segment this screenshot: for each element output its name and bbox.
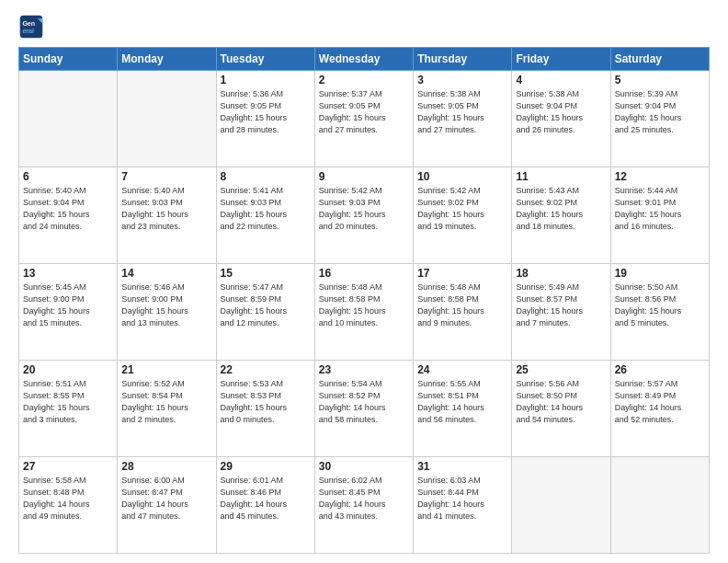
day-info: Sunrise: 5:41 AM Sunset: 9:03 PM Dayligh… [221,185,311,233]
svg-text:eral: eral [22,28,34,34]
day-number: 21 [121,363,211,376]
calendar-cell [118,71,216,167]
day-number: 29 [221,460,311,473]
day-info: Sunrise: 6:02 AM Sunset: 8:45 PM Dayligh… [319,475,409,523]
day-info: Sunrise: 5:40 AM Sunset: 9:03 PM Dayligh… [121,185,211,233]
calendar-cell: 18Sunrise: 5:49 AM Sunset: 8:57 PM Dayli… [512,264,610,361]
day-info: Sunrise: 6:00 AM Sunset: 8:47 PM Dayligh… [121,475,211,523]
calendar-cell: 21Sunrise: 5:52 AM Sunset: 8:54 PM Dayli… [118,361,216,457]
calendar-cell: 11Sunrise: 5:43 AM Sunset: 9:02 PM Dayli… [512,167,610,264]
calendar-header-friday: Friday [512,48,610,71]
calendar-cell: 5Sunrise: 5:39 AM Sunset: 9:04 PM Daylig… [610,71,709,167]
calendar-cell: 1Sunrise: 5:36 AM Sunset: 9:05 PM Daylig… [216,71,314,167]
day-number: 23 [319,363,409,376]
day-info: Sunrise: 5:50 AM Sunset: 8:56 PM Dayligh… [615,282,705,329]
day-info: Sunrise: 5:56 AM Sunset: 8:50 PM Dayligh… [516,378,606,426]
day-number: 11 [516,170,606,183]
day-number: 12 [615,170,705,183]
calendar-cell: 14Sunrise: 5:46 AM Sunset: 9:00 PM Dayli… [118,264,216,361]
day-number: 18 [516,267,606,280]
day-number: 19 [615,267,705,280]
day-info: Sunrise: 5:42 AM Sunset: 9:02 PM Dayligh… [417,185,507,233]
calendar-cell: 26Sunrise: 5:57 AM Sunset: 8:49 PM Dayli… [610,361,709,457]
calendar-week-2: 13Sunrise: 5:45 AM Sunset: 9:00 PM Dayli… [19,264,710,361]
day-info: Sunrise: 5:37 AM Sunset: 9:05 PM Dayligh… [319,88,409,136]
calendar-cell: 31Sunrise: 6:03 AM Sunset: 8:44 PM Dayli… [414,457,512,554]
svg-text:Gen: Gen [22,20,35,27]
calendar-cell: 29Sunrise: 6:01 AM Sunset: 8:46 PM Dayli… [216,457,314,554]
day-info: Sunrise: 5:57 AM Sunset: 8:49 PM Dayligh… [615,378,705,426]
calendar-cell: 19Sunrise: 5:50 AM Sunset: 8:56 PM Dayli… [610,264,709,361]
day-number: 24 [417,363,507,376]
calendar-cell: 10Sunrise: 5:42 AM Sunset: 9:02 PM Dayli… [414,167,512,264]
day-number: 10 [417,170,507,183]
logo: Gen eral [18,14,48,40]
day-info: Sunrise: 5:44 AM Sunset: 9:01 PM Dayligh… [615,185,705,233]
calendar-header-wednesday: Wednesday [314,48,413,71]
day-info: Sunrise: 5:39 AM Sunset: 9:04 PM Dayligh… [615,88,705,136]
calendar-cell: 13Sunrise: 5:45 AM Sunset: 9:00 PM Dayli… [19,264,118,361]
day-info: Sunrise: 5:38 AM Sunset: 9:04 PM Dayligh… [516,88,606,136]
day-info: Sunrise: 5:43 AM Sunset: 9:02 PM Dayligh… [516,185,606,233]
day-number: 27 [23,460,113,473]
day-info: Sunrise: 5:54 AM Sunset: 8:52 PM Dayligh… [319,378,409,426]
calendar-cell: 9Sunrise: 5:42 AM Sunset: 9:03 PM Daylig… [314,167,413,264]
calendar-week-4: 27Sunrise: 5:58 AM Sunset: 8:48 PM Dayli… [19,457,710,554]
calendar-cell: 7Sunrise: 5:40 AM Sunset: 9:03 PM Daylig… [118,167,216,264]
day-info: Sunrise: 6:03 AM Sunset: 8:44 PM Dayligh… [417,475,507,523]
calendar-header-monday: Monday [118,48,216,71]
page: Gen eral SundayMondayTuesdayWednesdayThu… [0,0,728,563]
day-info: Sunrise: 5:51 AM Sunset: 8:55 PM Dayligh… [23,378,113,426]
calendar-cell: 6Sunrise: 5:40 AM Sunset: 9:04 PM Daylig… [19,167,118,264]
day-number: 22 [221,363,311,376]
day-info: Sunrise: 5:36 AM Sunset: 9:05 PM Dayligh… [221,88,311,136]
calendar-cell: 27Sunrise: 5:58 AM Sunset: 8:48 PM Dayli… [19,457,118,554]
day-info: Sunrise: 6:01 AM Sunset: 8:46 PM Dayligh… [221,475,311,523]
day-number: 7 [121,170,211,183]
day-number: 17 [417,267,507,280]
calendar-cell [512,457,610,554]
calendar-header-saturday: Saturday [610,48,709,71]
calendar-header-tuesday: Tuesday [216,48,314,71]
day-info: Sunrise: 5:42 AM Sunset: 9:03 PM Dayligh… [319,185,409,233]
day-number: 9 [319,170,409,183]
calendar-cell: 30Sunrise: 6:02 AM Sunset: 8:45 PM Dayli… [314,457,413,554]
calendar-cell: 3Sunrise: 5:38 AM Sunset: 9:05 PM Daylig… [414,71,512,167]
day-info: Sunrise: 5:55 AM Sunset: 8:51 PM Dayligh… [417,378,507,426]
calendar-cell [610,457,709,554]
calendar-cell: 25Sunrise: 5:56 AM Sunset: 8:50 PM Dayli… [512,361,610,457]
day-info: Sunrise: 5:47 AM Sunset: 8:59 PM Dayligh… [221,282,311,329]
calendar-cell: 22Sunrise: 5:53 AM Sunset: 8:53 PM Dayli… [216,361,314,457]
day-number: 14 [121,267,211,280]
calendar-cell: 17Sunrise: 5:48 AM Sunset: 8:58 PM Dayli… [414,264,512,361]
calendar-header-thursday: Thursday [414,48,512,71]
day-number: 31 [417,460,507,473]
calendar-cell: 2Sunrise: 5:37 AM Sunset: 9:05 PM Daylig… [314,71,413,167]
day-info: Sunrise: 5:46 AM Sunset: 9:00 PM Dayligh… [121,282,211,329]
calendar-cell: 15Sunrise: 5:47 AM Sunset: 8:59 PM Dayli… [216,264,314,361]
logo-icon: Gen eral [18,14,44,40]
calendar-cell: 12Sunrise: 5:44 AM Sunset: 9:01 PM Dayli… [610,167,709,264]
day-number: 2 [319,74,409,86]
day-number: 4 [516,74,606,86]
day-number: 28 [121,460,211,473]
day-number: 3 [417,74,507,86]
day-number: 8 [221,170,311,183]
calendar-header-sunday: Sunday [19,48,118,71]
calendar-cell: 24Sunrise: 5:55 AM Sunset: 8:51 PM Dayli… [414,361,512,457]
day-number: 30 [319,460,409,473]
header: Gen eral [18,14,710,40]
calendar-week-1: 6Sunrise: 5:40 AM Sunset: 9:04 PM Daylig… [19,167,710,264]
calendar-cell: 8Sunrise: 5:41 AM Sunset: 9:03 PM Daylig… [216,167,314,264]
day-info: Sunrise: 5:48 AM Sunset: 8:58 PM Dayligh… [319,282,409,329]
calendar-cell: 4Sunrise: 5:38 AM Sunset: 9:04 PM Daylig… [512,71,610,167]
calendar-week-0: 1Sunrise: 5:36 AM Sunset: 9:05 PM Daylig… [19,71,710,167]
calendar-cell [19,71,118,167]
day-number: 1 [221,74,311,86]
calendar-cell: 28Sunrise: 6:00 AM Sunset: 8:47 PM Dayli… [118,457,216,554]
day-info: Sunrise: 5:48 AM Sunset: 8:58 PM Dayligh… [417,282,507,329]
day-number: 15 [221,267,311,280]
calendar-cell: 23Sunrise: 5:54 AM Sunset: 8:52 PM Dayli… [314,361,413,457]
day-number: 13 [23,267,113,280]
calendar-cell: 16Sunrise: 5:48 AM Sunset: 8:58 PM Dayli… [314,264,413,361]
